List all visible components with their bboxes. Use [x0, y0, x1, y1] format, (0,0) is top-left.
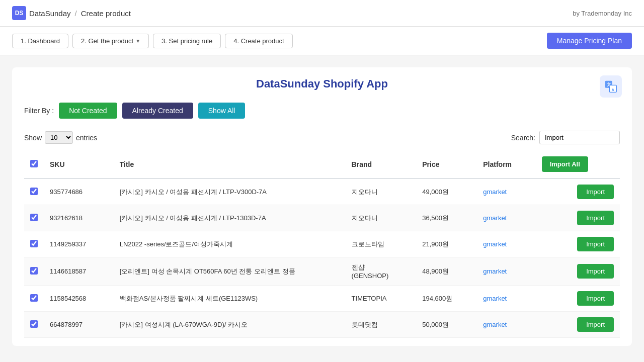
row-checkbox-2[interactable]	[30, 240, 38, 247]
data-table: SKU Title Brand Price Platform Import Al…	[24, 150, 620, 338]
row-sku: 1158542568	[44, 286, 114, 312]
step2-chevron-icon: ▼	[135, 38, 140, 44]
show-all-button[interactable]: Show All	[198, 103, 246, 119]
logo: DS DataSunday	[12, 6, 71, 20]
row-import-cell: Import	[536, 257, 620, 286]
import-button-4[interactable]: Import	[577, 291, 614, 306]
step4-button[interactable]: 4. Create product	[225, 34, 292, 48]
row-checkbox-4[interactable]	[30, 294, 38, 302]
row-sku: 935774686	[44, 178, 114, 205]
row-price: 194,600원	[416, 286, 477, 312]
row-checkbox-cell	[24, 257, 44, 286]
row-platform: gmarket	[477, 286, 535, 312]
page-title: DataSunday Shopify App	[24, 77, 620, 90]
show-entries: Show 10 25 50 100 entries	[24, 131, 97, 144]
row-platform: gmarket	[477, 312, 535, 338]
row-checkbox-3[interactable]	[30, 267, 38, 275]
row-brand: 롯데닷컴	[346, 312, 417, 338]
row-checkbox-1[interactable]	[30, 214, 38, 221]
row-brand: 지오다니	[346, 205, 417, 231]
import-button-5[interactable]: Import	[577, 317, 614, 332]
row-price: 49,000원	[416, 178, 477, 205]
platform-link[interactable]: gmarket	[483, 321, 507, 328]
row-platform: gmarket	[477, 178, 535, 205]
step3-button[interactable]: 3. Set pricing rule	[153, 34, 221, 48]
row-price: 36,500원	[416, 205, 477, 231]
step1-button[interactable]: 1. Dashboard	[12, 34, 68, 48]
row-sku: 1149259337	[44, 231, 114, 257]
th-brand: Brand	[346, 150, 417, 178]
row-checkbox-cell	[24, 205, 44, 231]
import-all-button[interactable]: Import All	[542, 156, 588, 172]
svg-text:文: 文	[607, 82, 611, 87]
breadcrumb-current: Create product	[81, 9, 131, 18]
row-brand: 지오다니	[346, 178, 417, 205]
step-nav: 1. Dashboard 2. Get the product ▼ 3. Set…	[0, 27, 644, 55]
app-title-section: DataSunday Shopify App 文 A Filter By : N…	[12, 67, 632, 346]
search-label: Search:	[511, 134, 535, 142]
row-title: [카시오] 여성시계 (LA-670WGA-9D)/ 카시오	[114, 312, 346, 338]
import-button-0[interactable]: Import	[577, 185, 614, 199]
row-price: 48,900원	[416, 257, 477, 286]
breadcrumb-sep: /	[75, 9, 77, 18]
row-brand: 크로노타임	[346, 231, 417, 257]
row-price: 50,000원	[416, 312, 477, 338]
row-title: LN2022 -series/로즈골드/여성가죽시계	[114, 231, 346, 257]
step2-button[interactable]: 2. Get the product ▼	[72, 34, 149, 48]
search-input[interactable]	[539, 131, 620, 144]
row-import-cell: Import	[536, 178, 620, 205]
th-title: Title	[114, 150, 346, 178]
by-text: by Trademonday Inc	[573, 10, 632, 17]
th-import-all: Import All	[536, 150, 620, 178]
row-brand: 젠샵(GENSHOP)	[346, 257, 417, 286]
not-created-button[interactable]: Not Created	[59, 103, 117, 119]
import-button-3[interactable]: Import	[577, 264, 614, 279]
translate-icon[interactable]: 文 A	[600, 75, 622, 98]
row-platform: gmarket	[477, 205, 535, 231]
row-checkbox-cell	[24, 178, 44, 205]
entries-label: entries	[76, 134, 97, 142]
row-brand: TIMETOPIA	[346, 286, 417, 312]
top-bar: DS DataSunday / Create product by Tradem…	[0, 0, 644, 27]
row-checkbox-0[interactable]	[30, 188, 38, 195]
platform-link[interactable]: gmarket	[483, 295, 507, 302]
table-row: 1158542568 백화점AS/본사정품 팔찌시계 세트(GE1123WS) …	[24, 286, 620, 312]
row-import-cell: Import	[536, 205, 620, 231]
row-checkbox-cell	[24, 312, 44, 338]
row-import-cell: Import	[536, 231, 620, 257]
row-title: [오리엔트] 여성 손목시계 OT560FA 60년 전통 오리엔트 정품	[114, 257, 346, 286]
logo-icon: DS	[12, 6, 26, 20]
table-row: 664878997 [카시오] 여성시계 (LA-670WGA-9D)/ 카시오…	[24, 312, 620, 338]
row-import-cell: Import	[536, 286, 620, 312]
row-platform: gmarket	[477, 257, 535, 286]
select-all-checkbox[interactable]	[30, 160, 38, 167]
row-checkbox-5[interactable]	[30, 320, 38, 328]
table-row: 932162618 [카시오] 카시오 / 여성용 패션시계 / LTP-130…	[24, 205, 620, 231]
row-platform: gmarket	[477, 231, 535, 257]
table-row: 935774686 [카시오] 카시오 / 여성용 패션시계 / LTP-V30…	[24, 178, 620, 205]
row-title: [카시오] 카시오 / 여성용 패션시계 / LTP-1303D-7A	[114, 205, 346, 231]
already-created-button[interactable]: Already Created	[122, 103, 193, 119]
svg-text:A: A	[612, 88, 614, 92]
row-title: 백화점AS/본사정품 팔찌시계 세트(GE1123WS)	[114, 286, 346, 312]
row-checkbox-cell	[24, 231, 44, 257]
row-title: [카시오] 카시오 / 여성용 패션시계 / LTP-V300D-7A	[114, 178, 346, 205]
platform-link[interactable]: gmarket	[483, 188, 507, 196]
platform-link[interactable]: gmarket	[483, 240, 507, 248]
search-box: Search:	[511, 131, 620, 144]
platform-link[interactable]: gmarket	[483, 214, 507, 222]
th-sku: SKU	[44, 150, 114, 178]
filter-row: Filter By : Not Created Already Created …	[24, 99, 620, 127]
filter-label: Filter By :	[24, 107, 54, 115]
manage-pricing-button[interactable]: Manage Pricing Plan	[547, 33, 632, 49]
row-sku: 1146618587	[44, 257, 114, 286]
show-label: Show	[24, 134, 42, 142]
row-price: 21,900원	[416, 231, 477, 257]
platform-link[interactable]: gmarket	[483, 267, 507, 275]
import-button-1[interactable]: Import	[577, 211, 614, 225]
table-row: 1146618587 [오리엔트] 여성 손목시계 OT560FA 60년 전통…	[24, 257, 620, 286]
import-button-2[interactable]: Import	[577, 237, 614, 251]
th-checkbox	[24, 150, 44, 178]
entries-select[interactable]: 10 25 50 100	[45, 131, 73, 144]
table-row: 1149259337 LN2022 -series/로즈골드/여성가죽시계 크로…	[24, 231, 620, 257]
